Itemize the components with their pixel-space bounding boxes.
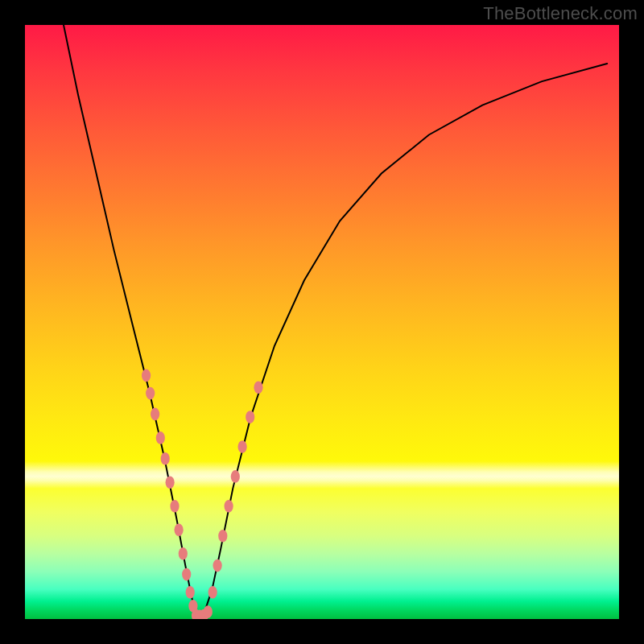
data-dot [213, 559, 222, 572]
watermark-text: TheBottleneck.com [483, 3, 638, 24]
bottleneck-curve [64, 25, 607, 616]
data-dot [218, 530, 227, 543]
data-dot [166, 477, 175, 489]
data-dot [170, 500, 179, 513]
data-dot [179, 547, 188, 560]
data-dot [204, 605, 213, 618]
data-dot [238, 440, 247, 453]
data-dot [142, 369, 151, 382]
data-dot [225, 500, 233, 513]
data-dot [231, 470, 240, 483]
data-dot [146, 387, 155, 400]
curve-layer [25, 25, 619, 619]
data-dot [182, 568, 191, 581]
data-dot [161, 452, 170, 465]
outer-black-frame: TheBottleneck.com [0, 0, 644, 644]
data-dot [254, 381, 262, 394]
plot-area [25, 25, 619, 619]
data-dot [208, 586, 217, 599]
data-dot [246, 411, 254, 423]
data-dot [175, 524, 184, 537]
data-dot [151, 408, 159, 421]
data-dot [156, 431, 165, 444]
data-dot [186, 586, 195, 599]
